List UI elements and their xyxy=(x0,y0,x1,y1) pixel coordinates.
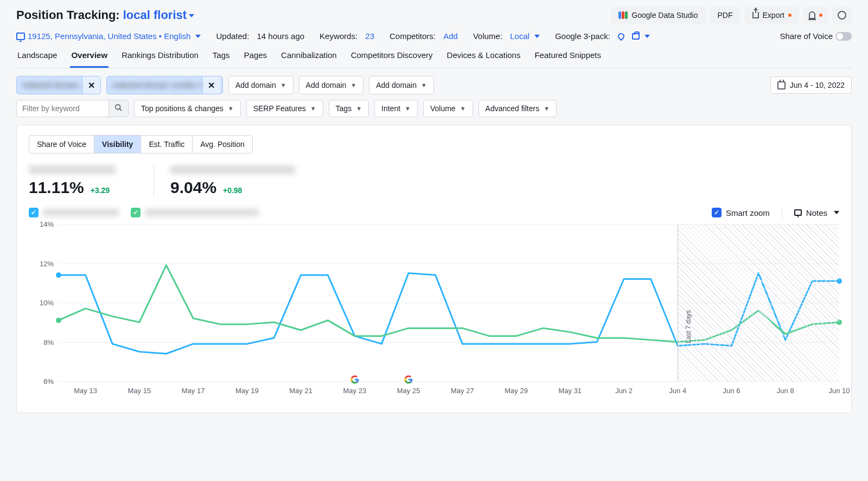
notifications-button[interactable] xyxy=(803,7,828,23)
tab-competitors-discovery[interactable]: Competitors Discovery xyxy=(350,50,434,68)
filter-intent[interactable]: Intent▼ xyxy=(374,100,418,117)
dot-indicator-icon xyxy=(819,14,822,17)
checkbox-icon: ✓ xyxy=(712,208,722,217)
pin-icon xyxy=(617,31,626,41)
close-icon[interactable]: ✕ xyxy=(82,76,100,94)
filter-volume[interactable]: Volume▼ xyxy=(423,100,473,117)
visibility-chart: 14%12%10%8%6% Last 7 days May 13May 15Ma… xyxy=(29,224,839,403)
x-tick: May 25 xyxy=(397,387,420,395)
x-tick: Jun 4 xyxy=(669,387,686,395)
google-3pack-selector[interactable]: Google 3-pack: xyxy=(555,31,650,41)
pdf-button[interactable]: PDF xyxy=(710,7,741,24)
legend-item-1[interactable]: ✓ xyxy=(29,208,119,217)
x-tick: Jun 2 xyxy=(615,387,633,395)
svg-point-2 xyxy=(56,272,61,278)
nav-tabs: LandscapeOverviewRankings DistributionTa… xyxy=(16,50,852,68)
chevron-down-icon xyxy=(834,211,839,214)
tab-rankings-distribution[interactable]: Rankings Distribution xyxy=(120,50,200,68)
metric-delta: +0.98 xyxy=(223,186,242,195)
metric-value: 9.04% xyxy=(170,178,216,197)
add-domain-1[interactable]: Add domain▼ xyxy=(228,76,293,94)
filter-keyword-input[interactable] xyxy=(16,100,108,117)
x-tick: May 15 xyxy=(128,387,151,395)
smart-zoom-toggle[interactable]: ✓ Smart zoom xyxy=(712,208,770,217)
metric-name-redacted xyxy=(29,165,116,174)
volume-selector[interactable]: Volume: Local xyxy=(473,31,540,41)
x-tick: May 29 xyxy=(505,387,528,395)
calendar-icon xyxy=(777,81,786,89)
gds-icon xyxy=(618,11,628,19)
x-tick: May 19 xyxy=(235,387,259,395)
tab-tags[interactable]: Tags xyxy=(212,50,231,68)
legend-item-2[interactable]: ✓ xyxy=(131,208,259,217)
add-domain-3[interactable]: Add domain▼ xyxy=(369,76,434,94)
x-tick: May 31 xyxy=(558,387,582,395)
domain-chip-2[interactable]: redacted domain number two longer ✕ xyxy=(106,76,223,94)
seg-tab-visibility[interactable]: Visibility xyxy=(94,136,141,153)
monitor-icon xyxy=(16,33,25,40)
toggle-icon xyxy=(835,32,852,41)
tab-landscape[interactable]: Landscape xyxy=(16,50,58,68)
keywords-info[interactable]: Keywords: 23 xyxy=(320,31,374,41)
tab-pages[interactable]: Pages xyxy=(243,50,269,68)
tab-cannibalization[interactable]: Cannibalization xyxy=(280,50,338,68)
y-tick: 14% xyxy=(40,220,54,228)
page-title-domain[interactable]: local florist xyxy=(123,8,194,22)
tab-featured-snippets[interactable]: Featured Snippets xyxy=(533,50,602,68)
x-tick: Jun 6 xyxy=(723,387,741,395)
share-of-voice-toggle[interactable]: Share of Voice xyxy=(780,31,852,41)
add-domain-2[interactable]: Add domain▼ xyxy=(299,76,364,94)
legend-label-redacted xyxy=(43,209,119,216)
google-update-icon xyxy=(350,375,359,384)
competitors-add[interactable]: Competitors: Add xyxy=(390,31,458,41)
export-button[interactable]: Export xyxy=(745,7,799,24)
tab-devices-locations[interactable]: Devices & Locations xyxy=(446,50,522,68)
filter-serp-features[interactable]: SERP Features▼ xyxy=(246,100,323,117)
dot-indicator-icon xyxy=(788,14,792,17)
gear-icon xyxy=(838,11,846,20)
note-icon xyxy=(794,209,802,216)
date-range-picker[interactable]: Jun 4 - 10, 2022 xyxy=(770,76,852,94)
metric-delta: +3.29 xyxy=(91,186,110,195)
main-panel: Share of VoiceVisibilityEst. TrafficAvg.… xyxy=(16,125,852,413)
close-icon[interactable]: ✕ xyxy=(202,76,220,94)
x-tick: Jun 10 xyxy=(828,387,850,395)
notes-dropdown[interactable]: Notes xyxy=(794,208,839,217)
google-update-icon xyxy=(404,375,413,384)
google-data-studio-button[interactable]: Google Data Studio xyxy=(611,7,705,24)
chip-label: redacted domain number two longer xyxy=(107,81,202,89)
seg-tab-avg-position[interactable]: Avg. Position xyxy=(193,136,252,153)
bell-icon xyxy=(809,11,815,19)
updated-info: Updated: 14 hours ago xyxy=(216,31,304,41)
x-tick: May 13 xyxy=(74,387,97,395)
y-tick: 12% xyxy=(40,259,54,267)
x-tick: Jun 8 xyxy=(777,387,794,395)
metric-1: 11.11% +3.29 xyxy=(29,165,132,197)
filter-tags[interactable]: Tags▼ xyxy=(329,100,369,117)
last-7-days-label: Last 7 days xyxy=(685,310,692,343)
seg-tab-est-traffic[interactable]: Est. Traffic xyxy=(141,136,193,153)
x-tick: May 17 xyxy=(182,387,205,395)
grid-line xyxy=(59,381,839,382)
metrics-row: 11.11% +3.29 9.04% +0.98 xyxy=(29,165,839,197)
domain-chip-1[interactable]: redacted domain one ✕ xyxy=(16,76,101,94)
svg-line-1 xyxy=(119,108,122,111)
filter-advanced-filters[interactable]: Advanced filters▼ xyxy=(478,100,557,117)
seg-tab-share-of-voice[interactable]: Share of Voice xyxy=(29,136,94,153)
search-button[interactable] xyxy=(108,100,129,117)
legend-label-redacted xyxy=(145,209,259,216)
tab-overview[interactable]: Overview xyxy=(70,50,108,68)
y-tick: 10% xyxy=(40,299,54,307)
location-selector[interactable]: 19125, Pennsylvania, United States • Eng… xyxy=(16,31,201,41)
metric-value: 11.11% xyxy=(29,178,84,197)
x-tick: May 27 xyxy=(451,387,474,395)
checkbox-icon: ✓ xyxy=(131,208,141,217)
metric-name-redacted xyxy=(170,165,295,174)
page-title-prefix: Position Tracking: xyxy=(16,8,120,22)
settings-button[interactable] xyxy=(832,7,852,24)
svg-point-0 xyxy=(116,105,120,110)
filter-top-positions-changes[interactable]: Top positions & changes▼ xyxy=(134,100,241,117)
chevron-down-icon xyxy=(189,14,194,17)
chevron-down-icon xyxy=(644,35,650,38)
search-icon xyxy=(114,104,123,112)
